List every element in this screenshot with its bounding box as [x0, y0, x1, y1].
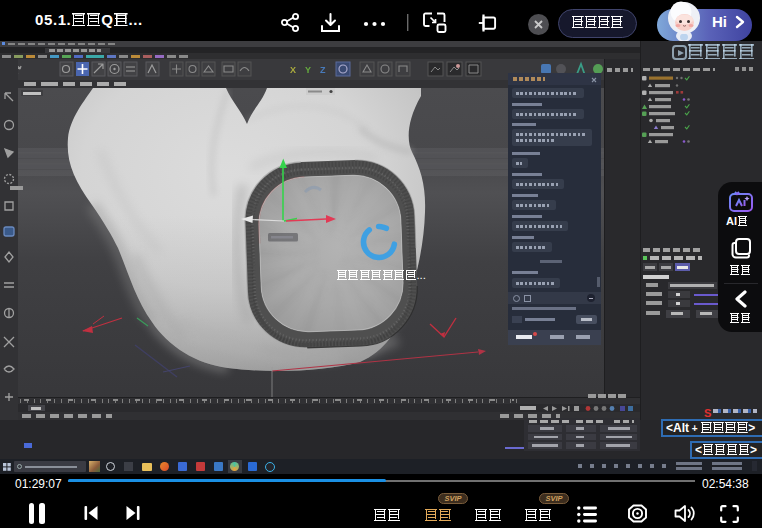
svg-text:Y: Y: [305, 65, 311, 75]
svg-text:X: X: [290, 65, 296, 75]
svg-text:Z: Z: [320, 65, 326, 75]
